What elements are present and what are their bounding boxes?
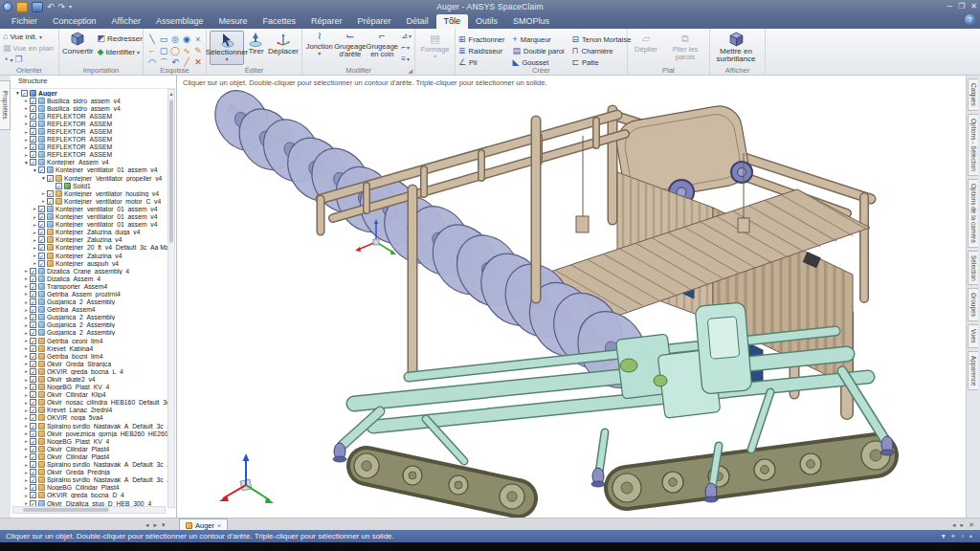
tree-item[interactable]: ▸✓Spiralno svrdlo_Nastavak_A_Default_3c_… [11,461,168,469]
edit-junction-icon[interactable]: ≡▾ [401,54,412,64]
visibility-checkbox[interactable]: ✓ [30,151,36,158]
rectangle-icon[interactable]: ▭ [158,33,169,45]
plier-parois-button[interactable]: ⧉ Plier les parois [667,33,703,65]
tab-scroll-icon-1[interactable]: ▸ [961,519,965,530]
tree-item[interactable]: ▸✓Gusjanica_2_Assembly [11,329,168,337]
expand-icon[interactable]: ▸ [23,400,30,406]
tree-item[interactable]: ▸✓Transporter_Assem4 [11,282,168,290]
expand-icon[interactable]: ▸ [23,430,30,436]
tree-item[interactable]: ▸✓Busilica_sidro_assem_v4 [11,104,168,112]
side-tab-groupes[interactable]: Groupes [968,288,978,321]
visibility-checkbox[interactable]: ✓ [30,113,36,120]
expand-icon[interactable]: ▸ [23,353,30,359]
ribbon-tab-fichier[interactable]: Fichier [4,14,45,29]
tree-item[interactable]: ▸✓Getriba_ceoni_lim4 [11,337,168,344]
ribbon-tab-détail[interactable]: Détail [399,14,436,29]
expand-icon[interactable]: ▸ [23,392,30,398]
visibility-checkbox[interactable]: ✓ [47,175,54,182]
side-tab-vues[interactable]: Vues [968,324,978,348]
tree-item[interactable]: ▸✓Okvir_Cilindar_Plast4 [11,445,168,452]
tree-item[interactable]: ▸✓Okvir_nosac_cilindra_HEB160_Default_3c [11,399,168,407]
tree-horizontal-scrollbar[interactable] [12,506,166,514]
expand-icon[interactable]: ▸ [23,291,30,297]
visibility-checkbox[interactable]: ✓ [21,90,28,97]
visibility-checkbox[interactable]: ✓ [38,244,45,251]
tree-item[interactable]: ✓Solid1 [11,182,168,189]
tree-item[interactable]: ▸✓Gusjanica_2_Assembly [11,314,168,321]
visibility-checkbox[interactable]: ✓ [56,183,62,189]
visibility-checkbox[interactable]: ✓ [38,213,45,220]
side-tab-s-lection[interactable]: Sélection [968,251,978,286]
visibility-checkbox[interactable]: ✓ [30,283,36,290]
tree-item[interactable]: ▸✓Gusjanica_2_Assembly [11,298,168,306]
tree-item[interactable]: ▾✓Auger [11,89,168,97]
expand-icon[interactable]: ▸ [32,214,38,220]
selectionner-button[interactable]: Sélectionner ▾ [210,31,244,65]
tree-item[interactable]: ▸✓Gusjanica_2_Assembly [11,321,168,329]
formage-button[interactable]: ▤ Formage▾ [418,33,452,59]
expand-icon[interactable]: ▸ [23,470,30,475]
rounded-rect-icon[interactable]: ▢ [158,45,169,56]
close-button[interactable]: ✕ [970,0,977,12]
marqueur-button[interactable]: +Marqueur [512,33,564,45]
tab-close-icon[interactable]: × [217,522,221,529]
3d-viewport[interactable]: Cliquer sur un objet. Double-cliquer pou… [177,76,967,518]
redresser-button[interactable]: ◩ Redresser [97,33,142,44]
visibility-checkbox[interactable]: ✓ [30,407,36,413]
scrollbar-thumb[interactable] [23,508,109,512]
visibility-checkbox[interactable]: ✓ [47,198,54,205]
expand-icon[interactable]: ▸ [23,361,30,366]
collapse-icon[interactable]: ▾ [23,160,30,165]
collapse-icon[interactable]: ▾ [32,167,38,173]
visibility-checkbox[interactable]: ✓ [30,446,36,452]
expand-icon[interactable]: ▸ [23,493,30,498]
ribbon-tab-conception[interactable]: Conception [45,14,104,29]
expand-icon[interactable]: ▸ [40,190,47,196]
tree-item[interactable]: ▸✓OKVIR_greda_bocna_L_4 [11,367,168,375]
tree-item[interactable]: ▸✓Kontejner_auspuh_v4 [11,259,168,267]
maximize-button[interactable]: ❐ [958,0,965,12]
expand-icon[interactable]: ▸ [23,144,30,150]
expand-icon[interactable]: ▸ [23,423,30,429]
vue-init-button[interactable]: ⌂ Vue init.▾ [3,31,56,42]
expand-icon[interactable]: ▸ [23,477,30,483]
visibility-checkbox[interactable]: ✓ [47,190,54,197]
expand-icon[interactable]: ▸ [23,338,30,343]
expand-icon[interactable]: ▸ [23,438,30,444]
side-tab-calques[interactable]: Calques [968,78,978,111]
expand-icon[interactable]: ▸ [23,137,30,143]
visibility-checkbox[interactable]: ✓ [30,430,36,437]
jonction-button[interactable]: ≀ Jonction▾ [305,31,333,65]
orient-extra-buttons[interactable]: ◔▾ ❐ [3,54,56,65]
collapse-icon[interactable]: ▾ [40,175,47,181]
visibility-checkbox[interactable]: ✓ [30,469,36,475]
deplier-button[interactable]: ▱ Déplier [631,33,661,65]
tree-item[interactable]: ▸✓OKVIR_noga_5va4 [11,414,168,422]
expand-icon[interactable]: ▸ [23,408,30,413]
ribbon-tab-mesure[interactable]: Mesure [211,14,255,29]
scroll-up-icon[interactable]: ▲ [168,90,174,98]
expand-icon[interactable]: ▸ [23,462,30,468]
tree-item[interactable]: ▸✓Kontejner_ventilator_motor_C_v4 [11,197,168,205]
visibility-checkbox[interactable]: ✓ [30,136,36,143]
tab-nav-icon-1[interactable]: ▸ [154,519,158,530]
side-tab-options-de-la-cam-ra[interactable]: Options de la caméra [968,179,978,248]
expand-icon[interactable]: ▸ [23,377,30,383]
convertir-button[interactable]: Convertir [62,31,93,65]
tree-item[interactable]: ▸✓Dizalica_Assem_4 [11,275,168,282]
tree-item[interactable]: ▸✓REFLEKTOR_ASSEM [11,151,168,159]
expand-icon[interactable]: ▸ [23,315,30,320]
expand-icon[interactable]: ▸ [23,105,30,111]
scrollbar-thumb[interactable] [169,99,173,243]
visibility-checkbox[interactable]: ✓ [30,291,36,298]
visibility-checkbox[interactable]: ✓ [30,376,36,383]
visibility-checkbox[interactable]: ✓ [30,159,36,165]
circle-icon[interactable]: ◎ [169,33,181,45]
split-face-icon[interactable]: ⊿▾ [401,31,412,41]
visibility-checkbox[interactable]: ✓ [38,221,45,228]
ribbon-tab-smoplus[interactable]: SMOPlus [505,14,557,29]
line-icon[interactable]: ╲ [146,33,158,45]
visibility-checkbox[interactable]: ✓ [30,368,36,375]
tree-item[interactable]: ▸✓Spiralno svrdlo_Nastavak_A_Default_3c_… [11,476,168,484]
expand-icon[interactable]: ▸ [23,98,30,103]
